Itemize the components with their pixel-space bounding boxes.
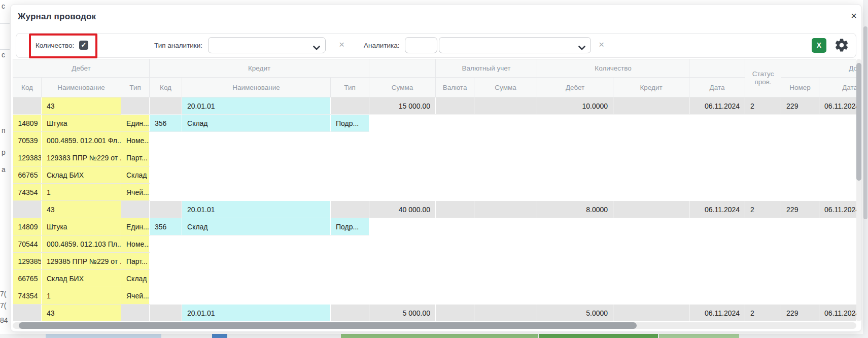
cell-currency[interactable]: [436, 166, 474, 184]
cell-d_code[interactable]: 74354: [13, 184, 42, 201]
cell-c_name[interactable]: [182, 184, 331, 201]
cell-c_type[interactable]: Подр...: [331, 218, 369, 235]
cell-qty_debit[interactable]: [537, 149, 613, 166]
cell-date2[interactable]: 06.11.2024: [819, 201, 856, 218]
cell-date2[interactable]: [819, 270, 856, 287]
page-scrollbar[interactable]: [863, 0, 868, 338]
cell-d_type[interactable]: Склад: [121, 270, 150, 287]
cell-qty_debit[interactable]: [537, 132, 613, 149]
cell-c_name[interactable]: [182, 253, 331, 270]
cell-d_type[interactable]: Номе...: [121, 132, 150, 149]
cell-d_type[interactable]: Един...: [121, 218, 150, 235]
cell-cur_sum[interactable]: [474, 184, 537, 201]
cell-currency[interactable]: [436, 235, 474, 253]
cell-d_code[interactable]: 129385: [13, 253, 42, 270]
analytics-detail-row[interactable]: 743541Ячей...: [13, 287, 857, 305]
cell-c_name[interactable]: Склад: [182, 115, 331, 132]
analytics-detail-row[interactable]: 66765Склад БИХСклад: [13, 166, 857, 184]
cell-currency[interactable]: [436, 115, 474, 132]
cell-d_code[interactable]: 74354: [13, 287, 42, 305]
cell-sum[interactable]: [369, 235, 436, 253]
cell-date[interactable]: [689, 184, 745, 201]
gear-icon[interactable]: [834, 38, 849, 53]
cell-date2[interactable]: [819, 184, 856, 201]
cell-date[interactable]: [689, 235, 745, 253]
cell-date[interactable]: [689, 132, 745, 149]
cell-number[interactable]: 229: [781, 201, 819, 218]
cell-status[interactable]: [745, 235, 781, 253]
cell-d_name[interactable]: 1: [42, 287, 121, 305]
cell-currency[interactable]: [436, 287, 474, 305]
cell-d_type[interactable]: Парт...: [121, 149, 150, 166]
cell-qty_debit[interactable]: [537, 166, 613, 184]
analytics-detail-row[interactable]: 70539000.4859. 012.001 Фл...Номе...: [13, 132, 857, 149]
cell-currency[interactable]: [436, 201, 474, 218]
analytics-detail-row[interactable]: 14809ШтукаЕдин...356СкладПодр...: [13, 115, 857, 132]
transaction-group-row[interactable]: 4320.01.0140 000.008.000006.11.202422290…: [13, 201, 857, 218]
cell-date[interactable]: 06.11.2024: [689, 305, 745, 322]
cell-c_type[interactable]: [331, 184, 369, 201]
cell-date2[interactable]: [819, 253, 856, 270]
cell-d_name[interactable]: 43: [42, 201, 121, 218]
cell-d_name[interactable]: Склад БИХ: [42, 270, 121, 287]
cell-date2[interactable]: [819, 115, 856, 132]
cell-date[interactable]: [689, 149, 745, 166]
cell-number[interactable]: [781, 166, 819, 184]
cell-sum[interactable]: [369, 166, 436, 184]
cell-currency[interactable]: [436, 253, 474, 270]
cell-qty_credit[interactable]: [613, 218, 689, 235]
cell-cur_sum[interactable]: [474, 132, 537, 149]
cell-c_code[interactable]: [150, 149, 182, 166]
cell-number[interactable]: [781, 149, 819, 166]
cell-sum[interactable]: 40 000.00: [369, 201, 436, 218]
vertical-scrollbar[interactable]: [856, 59, 861, 321]
cell-qty_credit[interactable]: [613, 149, 689, 166]
cell-c_type[interactable]: [331, 149, 369, 166]
cell-status[interactable]: [745, 149, 781, 166]
analytics-detail-row[interactable]: 743541Ячей...: [13, 184, 857, 201]
cell-d_type[interactable]: [121, 305, 150, 322]
cell-date2[interactable]: [819, 287, 856, 305]
cell-status[interactable]: [745, 270, 781, 287]
cell-number[interactable]: [781, 115, 819, 132]
cell-c_name[interactable]: 20.01.01: [182, 201, 331, 218]
cell-c_type[interactable]: [331, 287, 369, 305]
cell-sum[interactable]: [369, 115, 436, 132]
cell-c_code[interactable]: [150, 166, 182, 184]
cell-c_code[interactable]: [150, 305, 182, 322]
cell-date[interactable]: 06.11.2024: [689, 97, 745, 115]
cell-cur_sum[interactable]: [474, 149, 537, 166]
cell-date[interactable]: [689, 253, 745, 270]
cell-d_name[interactable]: 000.4859. 012.103 Пл...: [42, 235, 121, 253]
horizontal-scrollbar-thumb[interactable]: [19, 322, 637, 329]
cell-c_type[interactable]: [331, 270, 369, 287]
cell-sum[interactable]: [369, 132, 436, 149]
cell-sum[interactable]: [369, 218, 436, 235]
cell-cur_sum[interactable]: [474, 201, 537, 218]
cell-c_code[interactable]: [150, 132, 182, 149]
cell-date[interactable]: [689, 166, 745, 184]
cell-qty_credit[interactable]: [613, 115, 689, 132]
cell-date2[interactable]: [819, 132, 856, 149]
cell-c_type[interactable]: [331, 235, 369, 253]
cell-d_code[interactable]: 70539: [13, 132, 42, 149]
cell-number[interactable]: [781, 253, 819, 270]
analytics-select[interactable]: [439, 37, 591, 53]
cell-qty_debit[interactable]: 5.0000: [537, 305, 613, 322]
cell-date[interactable]: 06.11.2024: [689, 201, 745, 218]
cell-sum[interactable]: [369, 270, 436, 287]
cell-cur_sum[interactable]: [474, 253, 537, 270]
clear-analytics-icon[interactable]: ×: [599, 40, 604, 50]
cell-c_code[interactable]: [150, 184, 182, 201]
cell-c_type[interactable]: [331, 132, 369, 149]
cell-qty_credit[interactable]: [613, 287, 689, 305]
cell-c_code[interactable]: [150, 287, 182, 305]
cell-status[interactable]: [745, 166, 781, 184]
cell-number[interactable]: [781, 270, 819, 287]
cell-d_name[interactable]: Штука: [42, 218, 121, 235]
cell-status[interactable]: 2: [745, 97, 781, 115]
cell-date[interactable]: [689, 115, 745, 132]
cell-d_name[interactable]: 43: [42, 305, 121, 322]
cell-date2[interactable]: [819, 235, 856, 253]
cell-qty_debit[interactable]: [537, 253, 613, 270]
